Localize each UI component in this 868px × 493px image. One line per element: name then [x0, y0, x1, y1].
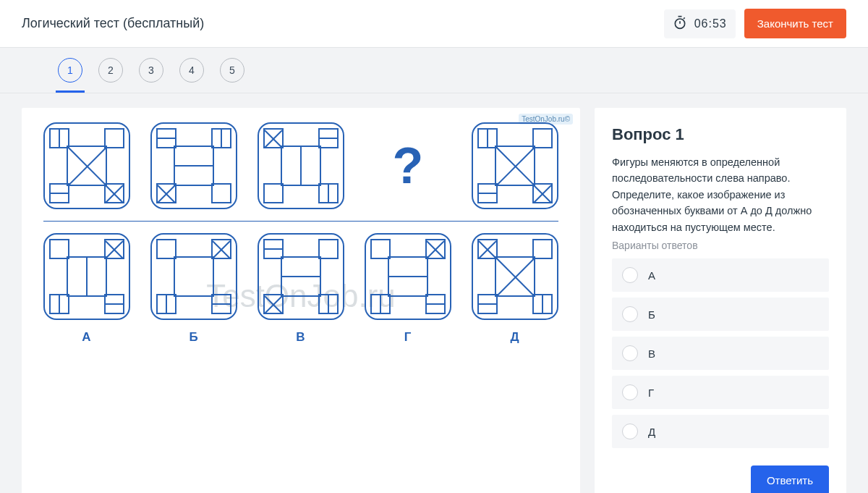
option-a[interactable]: А — [612, 258, 829, 292]
seq-tile-1 — [43, 122, 130, 209]
answer-e: Д — [472, 233, 558, 345]
answer-row: TestOnJob.ru А Б — [43, 233, 558, 345]
answer-tile-a — [43, 233, 130, 320]
radio-icon — [622, 267, 638, 283]
radio-icon — [622, 345, 638, 361]
answer-label-d: Г — [404, 330, 412, 345]
option-c[interactable]: В — [612, 337, 829, 370]
submit-wrap: Ответить — [612, 465, 829, 493]
question-panel: Вопрос 1 Фигуры меняются в определенной … — [595, 108, 846, 493]
submit-button[interactable]: Ответить — [751, 465, 829, 493]
question-text: Фигуры меняются в определенной последова… — [612, 154, 829, 235]
radio-icon — [622, 384, 638, 400]
nav-q5[interactable]: 5 — [220, 58, 244, 83]
answer-label-c: В — [296, 330, 305, 345]
radio-icon — [622, 424, 638, 439]
svg-point-0 — [675, 19, 684, 28]
option-label: А — [648, 269, 655, 282]
main: TestOnJob.ru© ? — [0, 93, 868, 493]
seq-tile-2 — [150, 122, 237, 209]
option-e[interactable]: Д — [612, 415, 829, 448]
radio-icon — [622, 306, 638, 322]
answer-label-a: А — [82, 330, 91, 345]
divider — [43, 221, 558, 222]
seq-tile-3 — [258, 122, 344, 209]
nav-q2[interactable]: 2 — [98, 58, 123, 83]
option-b[interactable]: Б — [612, 298, 829, 331]
question-title: Вопрос 1 — [612, 125, 829, 144]
option-label: Г — [648, 387, 654, 399]
sequence-row: ? — [43, 122, 558, 209]
question-mark-slot: ? — [365, 137, 451, 195]
puzzle-panel: TestOnJob.ru© ? — [22, 108, 580, 493]
header-right: 06:53 Закончить тест — [664, 9, 846, 38]
finish-button[interactable]: Закончить тест — [744, 9, 846, 38]
answer-tile-d — [365, 233, 451, 320]
option-label: В — [648, 347, 655, 360]
question-nav: 1 2 3 4 5 — [0, 47, 868, 93]
answer-tile-b — [150, 233, 237, 320]
nav-q4[interactable]: 4 — [179, 58, 204, 83]
answer-c: В — [258, 233, 344, 345]
answer-label-b: Б — [189, 330, 198, 345]
seq-tile-5 — [472, 122, 558, 209]
answer-d: Г — [365, 233, 451, 345]
option-d[interactable]: Г — [612, 376, 829, 409]
answer-b: Б — [150, 233, 237, 345]
stopwatch-icon — [673, 15, 687, 33]
options-label: Варианты ответов — [612, 240, 829, 251]
option-label: Д — [648, 426, 655, 438]
timer-value: 06:53 — [694, 17, 727, 30]
answer-label-e: Д — [510, 330, 519, 345]
header: Логический тест (бесплатный) 06:53 Закон… — [0, 0, 868, 47]
timer: 06:53 — [664, 9, 736, 38]
answer-tile-c — [258, 233, 344, 320]
test-title: Логический тест (бесплатный) — [22, 16, 204, 31]
nav-q1[interactable]: 1 — [58, 58, 82, 83]
answer-tile-e — [472, 233, 558, 320]
options-list: А Б В Г Д — [612, 258, 829, 448]
answer-a: А — [43, 233, 130, 345]
nav-q3[interactable]: 3 — [139, 58, 163, 83]
option-label: Б — [648, 308, 655, 321]
